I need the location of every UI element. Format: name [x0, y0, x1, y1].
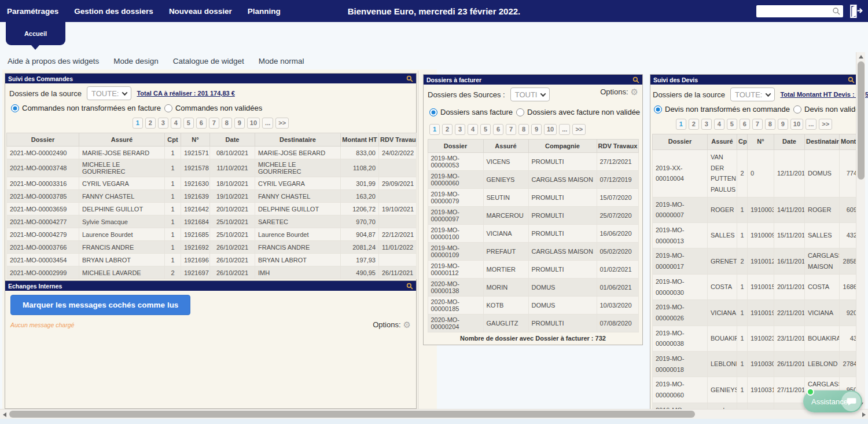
table-row[interactable]: 2019-MO-00000060GENIEYSCARGLASS MAISON07… — [428, 171, 638, 189]
table-row[interactable]: 2021-MO-00003454BRYAN LABROT1192169626/1… — [7, 254, 417, 266]
pagination-page[interactable]: 8 — [222, 118, 232, 129]
pagination-page[interactable]: ... — [262, 118, 273, 129]
pagination-page[interactable]: 9 — [778, 119, 788, 130]
table-row[interactable]: 2019-MO-00000109PREFAUTCARGLASS MAISON05… — [428, 243, 638, 261]
vertical-scrollbar[interactable] — [856, 52, 865, 409]
pagination-page[interactable]: 1 — [429, 124, 440, 135]
pagination-page[interactable]: ... — [559, 124, 570, 135]
table-row[interactable]: 2019-MO-00000038BOUAKIRA1191002323/11/20… — [653, 326, 856, 351]
logout-icon[interactable] — [848, 3, 863, 19]
horizontal-scrollbar-thumb[interactable] — [9, 411, 695, 418]
pagination-page[interactable]: 7 — [506, 124, 516, 135]
pagination-page[interactable]: 1 — [133, 118, 143, 129]
vertical-scrollbar-thumb[interactable] — [858, 61, 865, 180]
scroll-left-arrow-icon[interactable] — [3, 412, 6, 417]
pagination-page[interactable]: 5 — [727, 119, 737, 130]
pagination-page[interactable]: 7 — [209, 118, 219, 129]
table-row[interactable]: 2021-MO-00004277Sylvie Smacque1192168425… — [7, 215, 417, 228]
subnav-link[interactable]: Mode normal — [259, 57, 304, 65]
pagination-page[interactable]: 4 — [468, 124, 478, 135]
total-devis-link[interactable]: Total Montant HT Devis : 2 152 624,70 € — [780, 91, 868, 98]
table-row[interactable]: 2019-MO-00000007ROGER1191000314/11/2019R… — [653, 197, 856, 222]
pagination-page[interactable]: 8 — [518, 124, 529, 135]
scroll-up-arrow-icon[interactable] — [859, 55, 863, 59]
pagination-page[interactable]: 2 — [442, 124, 453, 135]
table-row[interactable]: 2021-MO-00002490MARIE-JOSE BERARD1192157… — [7, 147, 417, 159]
table-row[interactable]: 2019-MO-00000079SEUTINPROMULTI15/07/2020 — [428, 189, 638, 207]
table-row[interactable]: 2019-MO-00000017GRENET2191001216/11/2019… — [653, 248, 856, 274]
pagination-page[interactable]: 3 — [455, 124, 465, 135]
magnifier-icon[interactable] — [632, 76, 639, 83]
pagination-page[interactable]: 5 — [480, 124, 491, 135]
mark-messages-read-button[interactable]: Marquer les messages cochés comme lus — [10, 295, 190, 315]
pagination-page[interactable]: 1 — [676, 119, 686, 130]
radio-dossiers-sans-facture[interactable]: Dossiers sans facture — [429, 108, 513, 116]
pagination-page[interactable]: 2 — [689, 119, 699, 130]
subnav-link[interactable]: Aide à propos des widgets — [8, 57, 99, 65]
table-row[interactable]: 2019-MO-00000018LEBLOND1191003026/11/201… — [653, 351, 856, 377]
pagination-page[interactable]: 10 — [790, 119, 803, 130]
pagination-page[interactable]: 6 — [493, 124, 503, 135]
table-row[interactable]: 2019-MO-00000112MORTIERPROMULTI01/02/202… — [428, 261, 638, 279]
magnifier-icon[interactable] — [406, 283, 413, 290]
table-row[interactable]: 2020-MO-00000138MORINDOMUS01/06/2021 — [428, 279, 638, 297]
gear-icon[interactable]: ⚙ — [403, 320, 411, 329]
pagination-page[interactable]: 2 — [145, 118, 156, 129]
table-row[interactable]: 2021-MO-00003316CYRIL VEGARA1192163018/1… — [7, 177, 417, 190]
table-row[interactable]: 2019-MO-00000097MARCEROUPROMULTI25/07/20… — [428, 207, 638, 225]
magnifier-icon[interactable] — [406, 75, 413, 82]
subnav-link[interactable]: Mode design — [113, 57, 158, 65]
gear-icon[interactable]: ⚙ — [631, 87, 638, 96]
total-ca-link[interactable]: Total CA à réaliser : 201 174,83 € — [137, 90, 234, 97]
table-row[interactable]: 2020-MO-00000204GAUGLITZPROMULTI07/08/20… — [428, 315, 638, 332]
pagination-page[interactable]: >> — [819, 119, 832, 130]
table-row[interactable]: 2019-MO-00000030COSTA1191001520/11/2019C… — [653, 274, 856, 299]
subnav-link[interactable]: Catalogue de widget — [173, 57, 244, 65]
pagination-page[interactable]: 9 — [234, 118, 245, 129]
magnifier-icon[interactable] — [848, 76, 855, 83]
table-row[interactable]: 2021-MO-00003766FRANCIS ANDRE1192169226/… — [7, 241, 417, 254]
menu-item[interactable]: Nouveau dossier — [169, 7, 232, 16]
radio-commandes-non-transformees[interactable]: Commandes non transformées en facture — [11, 104, 161, 112]
table-row[interactable]: 2021-MO-00002999MICHELE LAVARDE219216972… — [7, 266, 417, 279]
pagination-page[interactable]: 8 — [765, 119, 775, 130]
search-input[interactable] — [759, 6, 832, 16]
source-select[interactable]: TOUTE: — [730, 87, 775, 101]
horizontal-scrollbar[interactable] — [0, 409, 868, 419]
pagination-page[interactable]: 7 — [752, 119, 763, 130]
pagination-page[interactable]: 9 — [531, 124, 542, 135]
menu-item[interactable]: Planning — [248, 7, 281, 16]
pagination-page[interactable]: 3 — [701, 119, 712, 130]
pagination-page[interactable]: 5 — [183, 118, 194, 129]
radio-dossiers-facture-non-validee[interactable]: Dossiers avec facture non validée — [516, 108, 640, 116]
menu-item[interactable]: Paramétrages — [7, 7, 58, 16]
table-row[interactable]: 2021-MO-00003785FANNY CHASTEL1192163919/… — [7, 190, 417, 203]
pagination-page[interactable]: 10 — [247, 118, 260, 129]
table-row[interactable]: 2021-MO-00003748MICHELE LE GOURRIEREC119… — [7, 159, 417, 177]
source-select[interactable]: TOUTI — [510, 87, 550, 101]
table-row[interactable]: 2019-MO-00000013SALLES1191000915/11/2019… — [653, 223, 856, 248]
menu-item[interactable]: Gestion des dossiers — [74, 7, 153, 16]
table-row[interactable]: 2019-MO-00000053VICENSPROMULTI27/12/2021 — [428, 153, 638, 171]
pagination-page[interactable]: 4 — [714, 119, 724, 130]
pagination-page[interactable]: ... — [806, 119, 816, 130]
radio-devis-non-valides[interactable]: Devis non validés — [793, 105, 863, 114]
pagination-page[interactable]: 6 — [196, 118, 207, 129]
scroll-right-arrow-icon[interactable] — [862, 412, 866, 417]
assistance-chat-button[interactable]: Assistance — [803, 390, 862, 412]
table-row[interactable]: 2019-XX-00010004VAN DER PUTTEN PAULUS201… — [653, 149, 856, 197]
table-row[interactable]: 2021-MO-00003659DELPHINE GUILLOT11921642… — [7, 203, 417, 215]
tab-accueil[interactable]: Accueil — [6, 22, 65, 45]
pagination-page[interactable]: >> — [275, 118, 289, 129]
pagination-page[interactable]: 6 — [740, 119, 750, 130]
pagination-page[interactable]: 10 — [544, 124, 557, 135]
pagination-page[interactable]: >> — [572, 124, 586, 135]
source-select[interactable]: TOUTE: — [87, 86, 131, 100]
table-row[interactable]: 2019-MO-00000026VICIANA1191001922/11/201… — [653, 300, 856, 326]
table-row[interactable]: 2019-MO-00000100VICIANAPROMULTI16/06/202… — [428, 225, 638, 243]
radio-devis-non-transformes[interactable]: Devis non transformés en commande — [654, 105, 790, 114]
radio-commandes-non-validees[interactable]: Commandes non validées — [164, 104, 262, 112]
table-row[interactable]: 2021-MO-00004279Laurence Bourdet11921685… — [7, 228, 417, 241]
table-row[interactable]: 2020-MO-00000185KOTBDOMUS10/03/2020 — [428, 297, 638, 315]
pagination-page[interactable]: 3 — [158, 118, 168, 129]
